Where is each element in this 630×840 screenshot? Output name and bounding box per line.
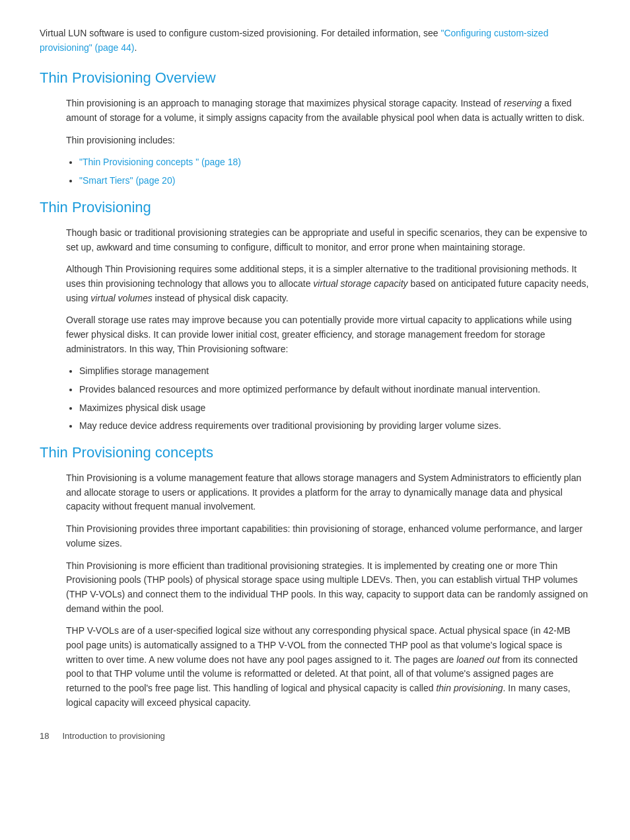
thin-para-1: Though basic or traditional provisioning… <box>66 226 590 254</box>
page-footer: 18 Introduction to provisioning <box>40 730 590 743</box>
concepts-para-3: Thin Provisioning is more efficient than… <box>66 559 590 617</box>
overview-bullets: "Thin Provisioning concepts " (page 18) … <box>79 155 590 188</box>
overview-para-1: Thin provisioning is an approach to mana… <box>66 96 590 125</box>
italic-reserving: reserving <box>504 98 542 108</box>
thin-para-3: Overall storage use rates may improve be… <box>66 313 590 356</box>
concepts-para-1: Thin Provisioning is a volume management… <box>66 471 590 514</box>
page-number: 18 <box>40 730 49 743</box>
overview-link-smart-tiers[interactable]: "Smart Tiers" (page 20) <box>79 175 175 186</box>
list-item: Simplifies storage management <box>79 364 590 379</box>
heading-thin-provisioning: Thin Provisioning <box>40 196 590 218</box>
footer-section-label: Introduction to provisioning <box>62 730 164 743</box>
section-thin-provisioning-overview: Thin provisioning is an approach to mana… <box>40 96 590 188</box>
heading-thin-provisioning-overview: Thin Provisioning Overview <box>40 67 590 89</box>
heading-thin-provisioning-concepts: Thin Provisioning concepts <box>40 441 590 463</box>
section-thin-provisioning: Though basic or traditional provisioning… <box>40 226 590 434</box>
italic-loaned-out: loaned out <box>456 654 499 665</box>
thin-bullets: Simplifies storage management Provides b… <box>79 364 590 434</box>
thin-para-2: Although Thin Provisioning requires some… <box>66 262 590 305</box>
page-container: Virtual LUN software is used to configur… <box>0 0 630 840</box>
intro-paragraph: Virtual LUN software is used to configur… <box>40 26 590 55</box>
intro-text: Virtual LUN software is used to configur… <box>40 28 440 38</box>
list-item: Provides balanced resources and more opt… <box>79 383 590 397</box>
italic-thin-provisioning: thin provisioning <box>436 683 503 693</box>
concepts-para-2: Thin Provisioning provides three importa… <box>66 522 590 551</box>
concepts-para-4: THP V-VOLs are of a user-specified logic… <box>66 624 590 710</box>
italic-virtual-volumes: virtual volumes <box>90 293 152 303</box>
list-item: "Smart Tiers" (page 20) <box>79 174 590 188</box>
overview-para-2: Thin provisioning includes: <box>66 134 590 148</box>
italic-virtual-storage-capacity: virtual storage capacity <box>313 278 407 289</box>
list-item: "Thin Provisioning concepts " (page 18) <box>79 155 590 170</box>
section-thin-provisioning-concepts: Thin Provisioning is a volume management… <box>40 471 590 710</box>
overview-link-concepts[interactable]: "Thin Provisioning concepts " (page 18) <box>79 157 241 167</box>
list-item: May reduce device address requirements o… <box>79 419 590 434</box>
list-item: Maximizes physical disk usage <box>79 401 590 416</box>
